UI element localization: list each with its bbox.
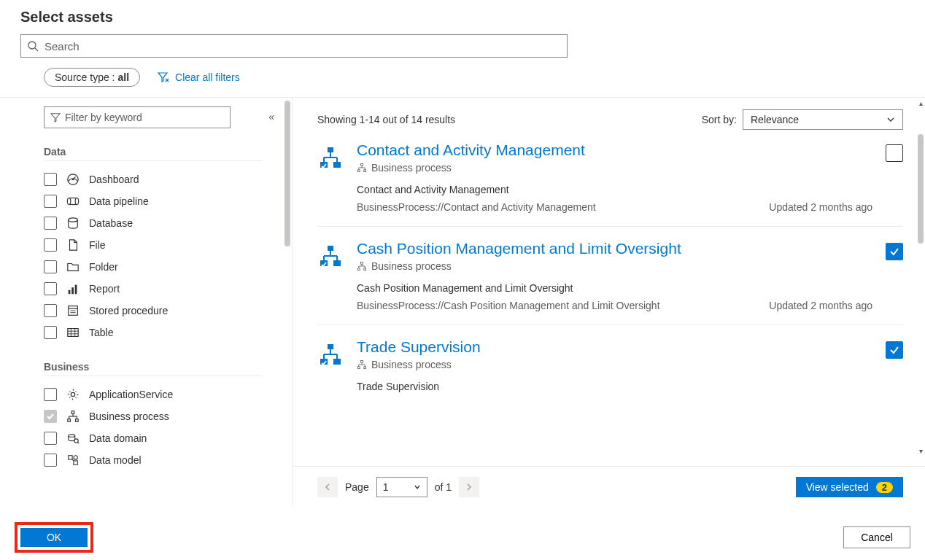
result-title[interactable]: Contact and Activity Management	[357, 141, 872, 159]
data-domain-icon	[66, 432, 80, 445]
svg-rect-57	[364, 268, 366, 271]
filter-label: ApplicationService	[89, 389, 173, 400]
svg-rect-47	[364, 170, 366, 172]
svg-rect-12	[71, 287, 74, 294]
result-updated: Updated 2 months ago	[769, 201, 872, 213]
dashboard-icon	[66, 173, 80, 186]
svg-rect-50	[333, 260, 341, 266]
hierarchy-icon	[317, 240, 344, 311]
svg-rect-45	[361, 163, 363, 166]
result-checkbox[interactable]	[886, 341, 903, 359]
filter-item-business-process[interactable]: Business process	[44, 405, 263, 427]
filter-item-dashboard[interactable]: Dashboard	[44, 168, 263, 190]
result-title[interactable]: Trade Supervision	[357, 338, 872, 356]
sort-label: Sort by:	[702, 114, 737, 125]
filter-label: Dashboard	[89, 174, 139, 185]
clear-filters-button[interactable]: Clear all filters	[158, 71, 240, 83]
filter-label: Database	[89, 217, 133, 229]
result-title[interactable]: Cash Position Management and Limit Overs…	[357, 240, 872, 257]
scroll-down-arrow-icon[interactable]: ▾	[916, 447, 925, 455]
filter-label: File	[89, 239, 106, 251]
clear-filters-label: Clear all filters	[175, 71, 240, 83]
page-prev-button[interactable]	[317, 477, 338, 497]
checkbox[interactable]	[44, 454, 57, 467]
result-description: Trade Supervision	[357, 381, 872, 392]
results-scrollbar-thumb[interactable]	[918, 134, 924, 244]
data-model-icon	[66, 454, 80, 467]
svg-rect-40	[333, 162, 341, 168]
svg-rect-48	[328, 246, 333, 251]
filter-label: Folder	[89, 261, 118, 273]
checkbox-indeterminate[interactable]	[44, 410, 57, 423]
checkbox[interactable]	[44, 326, 57, 339]
result-checkbox[interactable]	[886, 243, 903, 260]
sidebar-scrollbar[interactable]	[285, 98, 292, 508]
filter-label: Data pipeline	[89, 195, 149, 207]
sort-select[interactable]: Relevance	[743, 109, 903, 130]
page-select[interactable]: 1	[376, 477, 427, 497]
checkbox[interactable]	[44, 238, 57, 252]
result-checkbox[interactable]	[886, 144, 903, 162]
search-icon	[27, 40, 39, 52]
checkbox[interactable]	[44, 388, 57, 401]
database-icon	[66, 217, 80, 230]
svg-rect-13	[75, 285, 77, 295]
checkbox[interactable]	[44, 195, 57, 208]
hierarchy-icon	[317, 141, 344, 213]
page-of-label: of 1	[435, 481, 452, 493]
view-selected-label: View selected	[806, 481, 869, 493]
checkbox[interactable]	[44, 304, 57, 317]
filter-item-stored-procedure[interactable]: Stored procedure	[44, 300, 263, 322]
filter-label: Business process	[89, 411, 169, 422]
svg-point-36	[74, 456, 77, 459]
search-input[interactable]	[39, 40, 561, 52]
result-item: Trade Supervision Business process Trade…	[317, 325, 903, 405]
svg-point-6	[67, 198, 71, 205]
checkbox[interactable]	[44, 217, 57, 230]
file-icon	[66, 238, 80, 252]
filter-item-file[interactable]: File	[44, 234, 263, 256]
filter-item-table[interactable]: Table	[44, 322, 263, 343]
cancel-button[interactable]: Cancel	[843, 526, 910, 548]
checkbox[interactable]	[44, 282, 57, 295]
view-selected-button[interactable]: View selected 2	[796, 477, 903, 497]
filter-item-data-model[interactable]: Data model	[44, 449, 263, 471]
svg-rect-56	[357, 268, 360, 271]
app-service-icon	[66, 388, 80, 401]
collapse-sidebar-button[interactable]: «	[268, 111, 274, 122]
svg-rect-35	[74, 461, 77, 464]
ok-button[interactable]: OK	[20, 528, 88, 547]
sidebar-scrollbar-thumb[interactable]	[285, 101, 290, 246]
filter-item-report[interactable]: Report	[44, 278, 263, 300]
filter-item-application-service[interactable]: ApplicationService	[44, 384, 263, 405]
page-title: Select assets	[20, 9, 925, 26]
result-description: Cash Position Management and Limit Overs…	[357, 282, 872, 294]
filter-keyword-box[interactable]	[44, 106, 231, 128]
source-type-value: all	[118, 71, 130, 83]
business-process-small-icon	[357, 163, 367, 173]
svg-line-33	[77, 442, 79, 443]
table-icon	[66, 326, 80, 339]
results-scrollbar[interactable]: ▴ ▾	[916, 98, 925, 508]
filter-label: Table	[89, 327, 113, 338]
svg-rect-58	[328, 344, 333, 349]
filter-item-database[interactable]: Database	[44, 212, 263, 234]
scroll-up-arrow-icon[interactable]: ▴	[916, 99, 925, 107]
source-type-pill[interactable]: Source type : all	[44, 68, 140, 87]
page-label: Page	[345, 481, 369, 493]
svg-rect-46	[357, 170, 360, 172]
filter-keyword-input[interactable]	[65, 112, 224, 123]
filter-item-data-domain[interactable]: Data domain	[44, 427, 263, 449]
filter-item-folder[interactable]: Folder	[44, 256, 263, 278]
pipeline-icon	[66, 195, 80, 208]
search-box[interactable]	[20, 34, 568, 58]
result-item: Cash Position Management and Limit Overs…	[317, 227, 903, 325]
result-path: BusinessProcess://Cash Position Manageme…	[357, 300, 660, 311]
page-next-button[interactable]	[459, 477, 479, 497]
checkbox[interactable]	[44, 173, 57, 186]
checkbox[interactable]	[44, 260, 57, 273]
checkbox[interactable]	[44, 432, 57, 445]
filter-item-data-pipeline[interactable]: Data pipeline	[44, 190, 263, 212]
selected-count-badge: 2	[876, 482, 893, 493]
ok-highlight: OK	[15, 522, 93, 553]
